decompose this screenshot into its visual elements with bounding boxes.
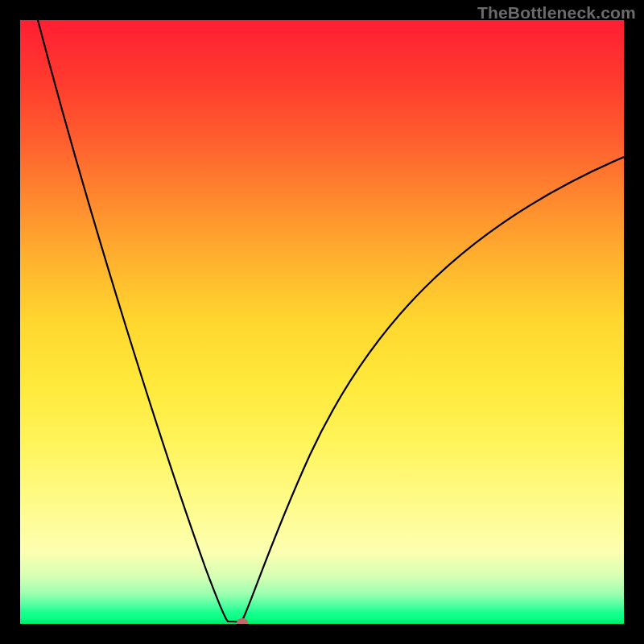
curve-layer: [20, 20, 624, 624]
curve-left: [38, 20, 234, 621]
chart-frame: TheBottleneck.com: [0, 0, 644, 644]
marker-dot: [237, 618, 248, 624]
curve-right: [242, 157, 624, 622]
plot-area: [20, 20, 624, 624]
watermark-text: TheBottleneck.com: [477, 3, 636, 23]
